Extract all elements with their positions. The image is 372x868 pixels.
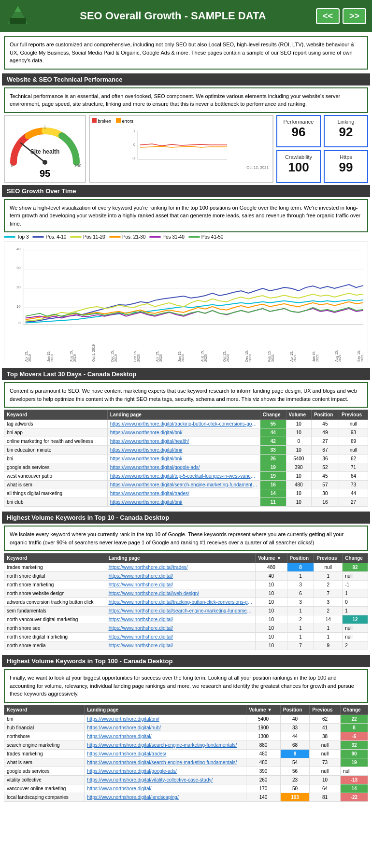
keyword-cell: north vancouver digital marketing xyxy=(4,615,106,624)
volume-cell: 1900 xyxy=(246,723,281,732)
volume-cell: 390 xyxy=(286,463,311,472)
url-cell[interactable]: https://www.northshore.digital/search-en… xyxy=(107,481,260,489)
keyword-cell: west vancouver patio xyxy=(4,472,108,481)
col-change: Change xyxy=(343,554,368,563)
section5-desc: Finally, we want to look at your biggest… xyxy=(4,669,368,703)
url-cell[interactable]: https://www.northshore.digital/ xyxy=(106,572,256,581)
legend-pos4-10: Pos. 4-10 xyxy=(32,234,66,240)
svg-text:Site health: Site health xyxy=(30,148,60,155)
top100-table-container: Keyword Landing page Volume ▼ Position P… xyxy=(4,705,368,802)
url-cell[interactable]: https://www.northshore.digital/trades/ xyxy=(107,489,260,498)
url-cell[interactable]: https://www.northshore.digital/web-desig… xyxy=(106,589,256,598)
svg-text:1: 1 xyxy=(43,125,46,129)
url-cell[interactable]: https://www.northshore.digital/bni/ xyxy=(85,714,246,723)
keyword-cell: bni app xyxy=(4,428,108,437)
url-cell[interactable]: https://www.northshore.digital/ xyxy=(85,732,246,740)
url-cell[interactable]: https://www.northshore.digital/search-en… xyxy=(106,607,256,615)
change-cell: -6 xyxy=(340,732,368,740)
url-cell[interactable]: https://www.northshore.digital/top-5-coc… xyxy=(107,472,260,481)
url-cell[interactable]: https://www.northshore.digital/ xyxy=(106,633,256,641)
keyword-cell: bni xyxy=(4,714,85,723)
url-cell[interactable]: https://www.northshore.digital/ xyxy=(106,624,256,633)
url-cell[interactable]: https://www.northshore.digital/bni/ xyxy=(107,446,260,455)
keyword-cell: vitality collective xyxy=(4,775,85,784)
position-cell: 56 xyxy=(280,767,309,775)
gauge-value: 95 xyxy=(40,168,50,179)
keyword-cell: local landscaping companies xyxy=(4,793,85,801)
col-volume: Volume ▼ xyxy=(246,705,281,714)
prev-button[interactable]: << xyxy=(316,8,340,24)
change-cell: 1 xyxy=(343,607,368,615)
url-cell[interactable]: https://www.northshore.digital/hub/ xyxy=(85,723,246,732)
volume-cell: 480 xyxy=(246,749,281,758)
volume-cell: 170 xyxy=(246,784,281,793)
table-row: north shore digital marketing https://ww… xyxy=(4,633,368,641)
url-cell[interactable]: https://www.northshore.digital/bni/ xyxy=(107,455,260,463)
url-cell[interactable]: https://www.northshore.digital/ xyxy=(85,784,246,793)
url-cell[interactable]: https://www.northshore.digital/health/ xyxy=(107,437,260,446)
section5-header: Highest Volume Keywords in Top 100 - Can… xyxy=(2,655,370,667)
keyword-cell: sem fundamentals xyxy=(4,607,106,615)
volume-cell: 10 xyxy=(256,624,287,633)
top10-table: Keyword Landing page Volume ▼ Position P… xyxy=(4,553,368,650)
top-movers-table: Keyword Landing page Change Volume Posit… xyxy=(4,410,368,507)
previous-cell: 38 xyxy=(310,732,341,740)
change-cell: 19 xyxy=(260,463,286,472)
section4-desc: We isolate every keyword where you curre… xyxy=(4,526,368,551)
url-cell[interactable]: https://www.northshore.digital/vitality-… xyxy=(85,775,246,784)
position-cell: 23 xyxy=(280,775,309,784)
volume-cell: 0 xyxy=(286,437,311,446)
col-landing: Landing page xyxy=(107,410,260,420)
position-cell: 36 xyxy=(311,455,339,463)
volume-cell: 10 xyxy=(256,633,287,641)
previous-cell: 3 xyxy=(314,598,343,607)
navigation-buttons: << >> xyxy=(316,8,366,24)
url-cell[interactable]: https://www.northshore.digital/tracking-… xyxy=(107,420,260,428)
url-cell[interactable]: https://www.northshore.digital/trades/ xyxy=(85,749,246,758)
position-cell: 45 xyxy=(311,420,339,428)
change-cell: 1 xyxy=(343,589,368,598)
url-cell[interactable]: https://www.northshore.digital/ xyxy=(106,641,256,650)
url-cell[interactable]: https://www.northshore.digital/ xyxy=(106,615,256,624)
table-row: west vancouver patio https://www.northsh… xyxy=(4,472,368,481)
change-cell: 32 xyxy=(340,740,368,749)
table-row: bni club https://www.northshore.digital/… xyxy=(4,498,368,507)
url-cell[interactable]: https://www.northshore.digital/ xyxy=(106,581,256,589)
change-cell: -13 xyxy=(340,775,368,784)
kpi-linking: Linking 92 xyxy=(324,115,368,148)
table-row: what is sem https://www.northshore.digit… xyxy=(4,481,368,489)
col-previous: Previous xyxy=(339,410,368,420)
volume-cell: 10 xyxy=(256,607,287,615)
kpi-crawlability: Crawlability 100 xyxy=(276,150,321,183)
keyword-cell: bni education minute xyxy=(4,446,108,455)
position-cell: 1 xyxy=(287,624,314,633)
table-row: sem fundamentals https://www.northshore.… xyxy=(4,607,368,615)
col-previous: Previous xyxy=(310,705,341,714)
previous-cell: 27 xyxy=(339,498,368,507)
position-cell: 1 xyxy=(287,607,314,615)
url-cell[interactable]: https://www.northshore.digital/tracking-… xyxy=(106,598,256,607)
url-cell[interactable]: https://www.northshore.digital/search-en… xyxy=(85,740,246,749)
x-axis-labels: Apr 15, 2019 Jun 15, 2019 Aug 15, 2019 O… xyxy=(25,342,364,362)
kpi-performance: Performance 96 xyxy=(276,115,321,148)
url-cell[interactable]: https://www.northshore.digital/google-ad… xyxy=(85,767,246,775)
url-cell[interactable]: https://www.northshore.digital/bni/ xyxy=(107,498,260,507)
url-cell[interactable]: https://www.northshore.digital/landscapi… xyxy=(85,793,246,801)
previous-cell: 41 xyxy=(310,723,341,732)
svg-text:0: 0 xyxy=(11,163,13,167)
previous-cell: null xyxy=(310,767,341,775)
col-position: Position xyxy=(287,554,314,563)
legend-top3: Top 3 xyxy=(4,234,29,240)
change-cell: 14 xyxy=(340,784,368,793)
url-cell[interactable]: https://www.northshore.digital/search-en… xyxy=(85,758,246,767)
keyword-cell: northshore xyxy=(4,732,85,740)
col-position: Position xyxy=(311,410,339,420)
change-cell: 55 xyxy=(260,420,286,428)
section2-header: SEO Growth Over Time xyxy=(2,185,370,197)
url-cell[interactable]: https://www.northshore.digital/google-ad… xyxy=(107,463,260,472)
url-cell[interactable]: https://www.northshore.digital/bni/ xyxy=(107,428,260,437)
svg-text:30: 30 xyxy=(16,266,21,270)
url-cell[interactable]: https://www.northshore.digital/trades/ xyxy=(106,563,256,572)
next-button[interactable]: >> xyxy=(343,8,366,24)
position-cell: 8 xyxy=(287,563,314,572)
